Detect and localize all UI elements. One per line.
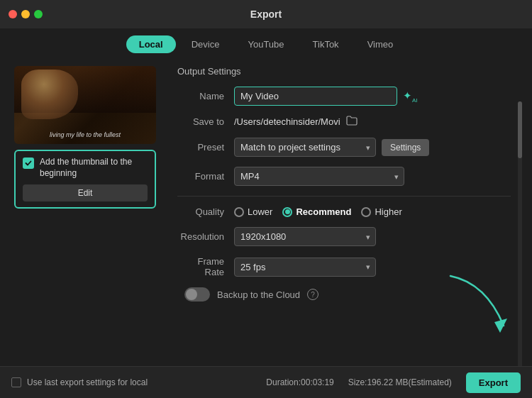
left-panel: living my life to the fullest Add the th… — [7, 59, 170, 385]
path-row: /Users/detechinsider/Movi — [234, 116, 511, 128]
format-control: MP4 — [234, 167, 511, 186]
thumbnail-label: Add the thumbnail to the beginning — [40, 157, 148, 179]
name-input[interactable] — [234, 87, 397, 106]
quality-row: Quality Lower Recommend Higher — [177, 206, 511, 217]
save-path: /Users/detechinsider/Movi — [234, 116, 340, 127]
save-to-label: Save to — [177, 116, 234, 127]
preset-control: Match to project settings Settings — [234, 138, 511, 157]
settings-button[interactable]: Settings — [382, 139, 429, 156]
thumbnail-check-row: Add the thumbnail to the beginning — [23, 157, 148, 179]
quality-lower-label: Lower — [248, 206, 272, 217]
format-select[interactable]: MP4 — [234, 167, 404, 186]
section-title: Output Settings — [177, 66, 511, 77]
thumbnail-box: Add the thumbnail to the beginning Edit — [14, 150, 156, 209]
video-thumb-text: living my life to the fullest — [14, 131, 156, 138]
quality-higher[interactable]: Higher — [361, 206, 401, 217]
maximize-button[interactable] — [34, 10, 43, 18]
preset-row: Preset Match to project settings Setting… — [177, 138, 511, 157]
folder-icon[interactable] — [346, 116, 358, 128]
format-select-wrapper: MP4 — [234, 167, 404, 186]
backup-toggle[interactable] — [184, 287, 210, 302]
ai-icon: ✦AI — [403, 89, 418, 104]
footer-info: Duration:00:03:19 Size:196.22 MB(Estimat… — [266, 372, 521, 393]
name-row: Name ✦AI — [177, 87, 511, 106]
frame-rate-label: Frame Rate — [177, 256, 234, 277]
format-row: Format MP4 — [177, 167, 511, 186]
quality-recommend[interactable]: Recommend — [282, 206, 351, 217]
footer-checkbox[interactable] — [11, 377, 21, 387]
resolution-select[interactable]: 1920x1080 — [234, 227, 376, 246]
window-title: Export — [250, 9, 282, 20]
info-icon[interactable]: ? — [307, 289, 318, 300]
tab-device[interactable]: Device — [179, 35, 233, 53]
quality-options: Lower Recommend Higher — [234, 206, 511, 217]
frame-rate-select-wrapper: 25 fps — [234, 258, 376, 277]
name-label: Name — [177, 91, 234, 101]
footer-size: Size:196.22 MB(Estimated) — [348, 377, 452, 387]
tab-bar: Local Device YouTube TikTok Vimeo — [0, 28, 532, 59]
scrollbar-thumb[interactable] — [518, 101, 522, 158]
main-content: living my life to the fullest Add the th… — [0, 59, 532, 385]
title-bar: Export — [0, 0, 532, 28]
frame-rate-control: 25 fps — [234, 258, 511, 277]
window-controls — [9, 10, 43, 18]
preset-select-wrapper: Match to project settings — [234, 138, 376, 157]
close-button[interactable] — [9, 10, 17, 18]
right-panel: Output Settings Name ✦AI Save to /Users/… — [170, 59, 525, 385]
save-to-row: Save to /Users/detechinsider/Movi — [177, 116, 511, 128]
format-label: Format — [177, 171, 234, 182]
resolution-row: Resolution 1920x1080 — [177, 227, 511, 246]
resolution-control: 1920x1080 — [234, 227, 511, 246]
minimize-button[interactable] — [21, 10, 30, 18]
quality-lower[interactable]: Lower — [234, 206, 272, 217]
tab-vimeo[interactable]: Vimeo — [355, 35, 406, 53]
video-thumbnail: living my life to the fullest — [14, 66, 156, 144]
frame-rate-row: Frame Rate 25 fps — [177, 256, 511, 277]
export-button[interactable]: Export — [466, 372, 521, 393]
quality-label: Quality — [177, 206, 234, 217]
preset-label: Preset — [177, 142, 234, 153]
backup-row: Backup to the Cloud ? — [177, 287, 511, 302]
backup-label: Backup to the Cloud — [217, 289, 300, 300]
resolution-label: Resolution — [177, 231, 234, 242]
footer-checkbox-label: Use last export settings for local — [27, 377, 148, 387]
svg-marker-0 — [494, 319, 507, 333]
footer-duration: Duration:00:03:19 — [266, 377, 333, 387]
footer: Use last export settings for local Durat… — [0, 366, 532, 398]
tab-tiktok[interactable]: TikTok — [300, 35, 352, 53]
tab-youtube[interactable]: YouTube — [235, 35, 297, 53]
toggle-knob — [186, 289, 197, 300]
quality-higher-label: Higher — [375, 206, 401, 217]
divider — [177, 196, 511, 197]
arrow-annotation — [443, 269, 514, 343]
radio-higher — [361, 207, 371, 217]
tab-local[interactable]: Local — [126, 35, 176, 53]
quality-recommend-label: Recommend — [296, 206, 351, 217]
name-field-wrapper: ✦AI — [234, 87, 511, 106]
check-icon — [23, 157, 34, 169]
frame-rate-select[interactable]: 25 fps — [234, 258, 376, 277]
footer-left: Use last export settings for local — [11, 377, 148, 387]
resolution-select-wrapper: 1920x1080 — [234, 227, 376, 246]
edit-button[interactable]: Edit — [23, 184, 148, 201]
preset-select[interactable]: Match to project settings — [234, 138, 376, 157]
radio-lower — [234, 207, 244, 217]
radio-recommend — [282, 207, 292, 217]
scrollbar[interactable] — [518, 101, 522, 371]
